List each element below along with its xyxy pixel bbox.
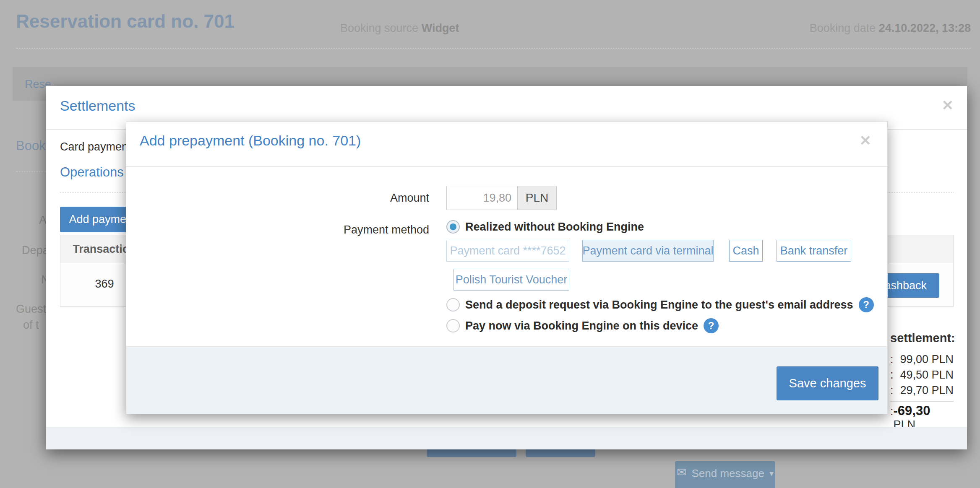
settlement-total-divider [890, 401, 954, 402]
settlement-row: : 99,00 PLN [890, 352, 954, 367]
add-prepayment-close-icon[interactable]: ✕ [860, 132, 872, 149]
settlements-modal-footer [46, 427, 967, 449]
page-title: Reservation card no. 701 [16, 11, 235, 32]
polish-tourist-voucher-button[interactable]: Polish Tourist Voucher [454, 269, 569, 291]
save-changes-button[interactable]: Save changes [777, 366, 878, 400]
booking-source: Booking source Widget [340, 22, 459, 35]
radio-unselected-icon[interactable] [446, 319, 460, 332]
screen: Reservation card no. 701 Booking source … [0, 0, 980, 488]
settlement-heading: settlement: [890, 331, 954, 345]
help-icon[interactable]: ? [704, 318, 719, 333]
send-message-label: Send message [691, 467, 764, 480]
amount-label: Amount [126, 192, 429, 205]
field-label-fragment-1: A [39, 214, 47, 227]
amount-input[interactable] [446, 186, 517, 210]
payment-card-terminal-button[interactable]: Payment card via terminal [582, 240, 714, 262]
settlement-row-value: 99,00 PLN [900, 352, 954, 367]
guest-label-line2: of t [23, 319, 39, 332]
settlement-total-colon: : [890, 405, 894, 418]
settlement-summary: settlement: : 99,00 PLN : 49,50 PLN : 29… [890, 331, 954, 431]
background-divider [16, 171, 46, 172]
settlement-total-value: -69,30 [894, 403, 930, 418]
add-prepayment-footer: Save changes [126, 346, 887, 414]
header-divider [16, 48, 971, 49]
bank-transfer-button[interactable]: Bank transfer [777, 240, 851, 262]
booking-date: Booking date 24.10.2022, 13:28 [810, 22, 971, 35]
payment-method-label: Payment method [126, 223, 429, 236]
option-deposit-request[interactable]: Send a deposit request via Booking Engin… [446, 297, 874, 312]
settlement-row-colon: : [890, 383, 894, 398]
option-realized-label: Realized without Booking Engine [465, 221, 644, 234]
option-deposit-label: Send a deposit request via Booking Engin… [465, 299, 853, 311]
settlement-row-value: 49,50 PLN [900, 367, 954, 383]
card-payments-label: Card payments [60, 140, 137, 153]
caret-down-icon: ▾ [769, 467, 774, 480]
booking-date-value: 24.10.2022, 13:28 [879, 22, 971, 34]
settlement-row-value: 29,70 PLN [900, 383, 954, 398]
settlement-row-colon: : [890, 352, 894, 367]
operations-heading: Operations [60, 165, 124, 180]
cash-button[interactable]: Cash [729, 240, 763, 262]
option-realized-without-booking-engine[interactable]: Realized without Booking Engine [446, 220, 644, 234]
booking-source-value: Widget [422, 22, 459, 34]
amount-input-group: PLN [446, 186, 557, 210]
settlement-row: : 29,70 PLN [890, 383, 954, 398]
background-button-partial-1[interactable] [427, 449, 516, 457]
booking-date-label: Booking date [810, 22, 876, 34]
background-button-partial-2[interactable] [526, 449, 595, 457]
add-prepayment-title: Add prepayment (Booking no. 701) [140, 132, 361, 149]
payment-card-button[interactable]: Payment card ****7652 [446, 240, 569, 262]
radio-selected-icon[interactable] [446, 220, 460, 234]
help-icon[interactable]: ? [859, 297, 874, 312]
settlements-close-icon[interactable]: ✕ [942, 97, 954, 114]
booking-source-label: Booking source [340, 22, 418, 34]
radio-unselected-icon[interactable] [446, 298, 460, 311]
currency-addon: PLN [517, 186, 557, 210]
settlements-title: Settlements [60, 98, 136, 114]
field-label-fragment-2: Depa [22, 244, 49, 257]
booking-section-heading: Book [16, 138, 46, 153]
option-paynow-label: Pay now via Booking Engine on this devic… [465, 319, 698, 332]
settlement-row-colon: : [890, 367, 894, 383]
envelope-icon: ✉ [677, 467, 686, 478]
settlement-row: : 49,50 PLN [890, 367, 954, 383]
option-pay-now[interactable]: Pay now via Booking Engine on this devic… [446, 318, 719, 333]
send-message-button[interactable]: ✉ Send message ▾ [675, 461, 775, 488]
guest-label-line1: Guest [16, 303, 46, 316]
add-prepayment-modal: Add prepayment (Booking no. 701) ✕ Amoun… [126, 122, 888, 414]
add-prepayment-header-divider [126, 166, 887, 167]
